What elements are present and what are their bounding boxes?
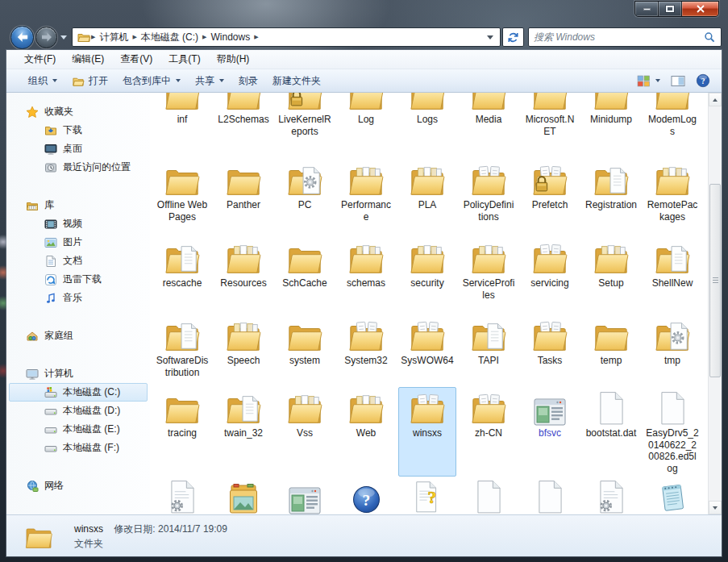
file-item-Media[interactable]: Media [460, 93, 518, 139]
close-button[interactable] [682, 2, 718, 16]
breadcrumb-item-2[interactable]: Windows [208, 31, 254, 43]
file-item-tmp[interactable]: tmp [643, 314, 701, 381]
change-view-button[interactable] [637, 75, 660, 87]
sidebar-item-desktop[interactable]: 桌面 [9, 139, 148, 158]
menu-item-4[interactable]: 帮助(H) [209, 52, 258, 66]
sidebar-item-local-disk-e[interactable]: 本地磁盘 (E:) [9, 420, 148, 439]
file-item-rescache[interactable]: rescache [153, 237, 211, 303]
file-grid[interactable]: infL2SchemasLiveKernelReportsLogLogsMedi… [150, 93, 708, 514]
scroll-up-button[interactable] [709, 93, 722, 106]
sidebar-group-header-network[interactable]: 网络 [6, 477, 150, 495]
file-item-partial-5-8[interactable] [643, 476, 701, 514]
share-button[interactable]: 共享 [188, 72, 231, 90]
burn-button[interactable]: 刻录 [231, 72, 265, 90]
forward-button[interactable] [35, 27, 57, 48]
file-item-Minidump[interactable]: Minidump [582, 93, 640, 139]
file-item-EasyDrv5_20140622_200826.ed5log[interactable]: EasyDrv5_20140622_200826.ed5log [643, 387, 701, 477]
file-item-Panther[interactable]: Panther [214, 159, 272, 225]
file-item-ModemLogs[interactable]: ModemLogs [643, 93, 701, 139]
sidebar-item-videos[interactable]: 视频 [9, 214, 148, 233]
file-item-Microsoft.NET[interactable]: Microsoft.NET [521, 93, 579, 139]
file-item-partial-5-4[interactable]: ? [398, 476, 456, 514]
open-button[interactable]: 打开 [64, 72, 115, 90]
sidebar-group-header-homegroup[interactable]: 家庭组 [6, 327, 150, 345]
sidebar-group-header-computer[interactable]: 计算机 [6, 364, 150, 383]
address-dropdown-icon[interactable] [487, 35, 493, 40]
file-item-Offline Web Pages[interactable]: Offline Web Pages [153, 159, 211, 225]
file-item-TAPI[interactable]: TAPI [460, 314, 518, 381]
preview-pane-button[interactable] [671, 75, 685, 87]
file-item-SysWOW64[interactable]: SysWOW64 [398, 314, 456, 381]
new-folder-button[interactable]: 新建文件夹 [265, 72, 328, 90]
file-item-Web[interactable]: Web [337, 387, 395, 477]
scroll-down-button[interactable] [709, 501, 722, 514]
menu-item-3[interactable]: 工具(T) [160, 52, 208, 66]
file-item-SchCache[interactable]: SchCache [276, 237, 334, 303]
sidebar-group-header-libraries[interactable]: 库 [6, 196, 150, 214]
menu-item-0[interactable]: 文件(F) [16, 52, 64, 66]
search-icon[interactable] [704, 31, 716, 44]
file-item-Vss[interactable]: Vss [276, 387, 334, 477]
file-item-L2Schemas[interactable]: L2Schemas [214, 93, 272, 139]
sidebar-item-local-disk-f[interactable]: 本地磁盘 (F:) [9, 439, 148, 457]
file-item-system[interactable]: system [276, 314, 334, 381]
file-item-partial-5-2[interactable] [276, 476, 334, 514]
scrollbar-thumb[interactable] [709, 184, 721, 377]
scrollbar[interactable] [708, 93, 722, 514]
include-in-library-button[interactable]: 包含到库中 [115, 72, 188, 90]
file-item-Prefetch[interactable]: Prefetch [521, 159, 579, 225]
sidebar-item-recent-places[interactable]: 最近访问的位置 [9, 158, 148, 177]
file-item-temp[interactable]: temp [582, 314, 640, 381]
menu-item-2[interactable]: 查看(V) [112, 52, 160, 66]
file-item-Logs[interactable]: Logs [398, 93, 456, 139]
file-item-Resources[interactable]: Resources [214, 237, 272, 303]
file-item-bfsvc[interactable]: bfsvc [521, 387, 579, 477]
file-item-schemas[interactable]: schemas [337, 237, 395, 303]
file-item-partial-5-0[interactable] [153, 476, 211, 514]
file-item-Performance[interactable]: Performance [337, 159, 395, 225]
history-dropdown-button[interactable] [60, 35, 67, 40]
file-item-Tasks[interactable]: Tasks [521, 314, 579, 381]
file-item-RemotePackages[interactable]: RemotePackages [643, 159, 701, 225]
file-item-partial-5-1[interactable] [214, 476, 272, 514]
sidebar-item-music[interactable]: 音乐 [9, 289, 148, 307]
sidebar-item-thunder-downloads[interactable]: 迅雷下载 [9, 270, 148, 289]
refresh-button[interactable] [502, 27, 524, 47]
file-item-inf[interactable]: inf [153, 93, 211, 139]
sidebar-item-pictures[interactable]: 图片 [9, 233, 148, 252]
file-item-security[interactable]: security [398, 237, 456, 303]
address-bar[interactable]: ▶计算机▶本地磁盘 (C:)▶Windows▶ [72, 27, 501, 47]
file-item-twain_32[interactable]: twain_32 [214, 387, 272, 477]
sidebar-item-local-disk-d[interactable]: 本地磁盘 (D:) [9, 402, 148, 420]
help-button[interactable]: ? [696, 73, 710, 88]
file-item-PC[interactable]: PC [276, 159, 334, 225]
file-item-Log[interactable]: Log [337, 93, 395, 139]
search-input[interactable]: 搜索 Windows [528, 27, 722, 47]
sidebar-group-header-favorites[interactable]: 收藏夹 [6, 102, 150, 121]
file-item-LiveKernelReports[interactable]: LiveKernelReports [276, 93, 334, 139]
maximize-button[interactable] [659, 2, 682, 16]
organize-button[interactable]: 组织 [21, 72, 64, 90]
file-item-partial-5-6[interactable] [521, 476, 579, 514]
file-item-partial-5-5[interactable] [460, 476, 518, 514]
file-item-PolicyDefinitions[interactable]: PolicyDefinitions [460, 159, 518, 225]
file-item-partial-5-3[interactable]: ? [337, 476, 395, 514]
breadcrumb-item-1[interactable]: 本地磁盘 (C:) [138, 31, 202, 44]
file-item-servicing[interactable]: servicing [521, 237, 579, 303]
breadcrumb-item-0[interactable]: 计算机 [96, 31, 131, 44]
file-item-System32[interactable]: System32 [337, 314, 395, 381]
file-item-zh-CN[interactable]: zh-CN [460, 387, 518, 477]
sidebar-item-documents[interactable]: 文档 [9, 252, 148, 270]
scrollbar-track[interactable] [709, 106, 722, 501]
file-item-Setup[interactable]: Setup [582, 237, 640, 303]
menu-item-1[interactable]: 编辑(E) [64, 52, 112, 66]
back-button[interactable] [10, 26, 34, 49]
file-item-Speech[interactable]: Speech [214, 314, 272, 381]
sidebar-item-local-disk-c[interactable]: 本地磁盘 (C:) [9, 383, 148, 402]
sidebar-item-downloads[interactable]: 下载 [9, 121, 148, 139]
file-item-winsxs[interactable]: winsxs [398, 387, 456, 477]
file-item-SoftwareDistribution[interactable]: SoftwareDistribution [153, 314, 211, 381]
file-item-partial-5-7[interactable] [582, 476, 640, 514]
file-item-PLA[interactable]: PLA [398, 159, 456, 225]
file-item-bootstat.dat[interactable]: bootstat.dat [582, 387, 640, 477]
